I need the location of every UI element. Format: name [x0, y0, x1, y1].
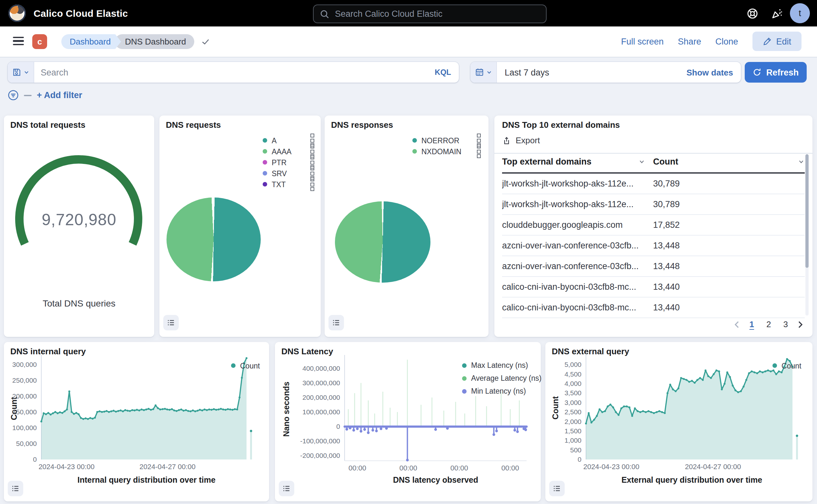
breadcrumb-dns-dashboard[interactable]: DNS Dashboard: [115, 34, 194, 49]
legend-item[interactable]: NXDOMAIN: [412, 146, 481, 157]
legend-actions-icon[interactable]: [310, 177, 314, 191]
page-number[interactable]: 2: [763, 318, 774, 330]
panel-title: DNS total requests: [10, 120, 86, 130]
legend-item[interactable]: SRV: [263, 168, 314, 179]
svg-text:1,000: 1,000: [564, 437, 581, 444]
svg-text:4,500: 4,500: [564, 370, 581, 378]
svg-text:5,000: 5,000: [564, 361, 581, 368]
column-header-count[interactable]: Count: [653, 157, 805, 166]
legend-item[interactable]: Count: [772, 360, 801, 371]
svg-text:1,500: 1,500: [564, 427, 581, 435]
page-number[interactable]: 3: [780, 318, 791, 330]
svg-text:3,000: 3,000: [564, 399, 581, 406]
breadcrumb-bar: c Dashboard DNS Dashboard Full screen Sh…: [0, 26, 817, 57]
check-icon[interactable]: [201, 37, 211, 46]
panel-legend-toggle-button[interactable]: [549, 481, 565, 496]
table-row[interactable]: clouddebugger.googleapis.com17,852: [502, 215, 805, 236]
scrollbar[interactable]: [805, 154, 809, 316]
calendar-icon: [475, 68, 484, 77]
list-icon: [167, 318, 175, 327]
svg-text:300,000,000: 300,000,000: [302, 379, 340, 387]
next-page-icon[interactable]: [797, 320, 803, 328]
panel-legend-toggle-button[interactable]: [328, 315, 344, 330]
legend-item[interactable]: Min Latency (ns): [462, 385, 541, 398]
table-row[interactable]: jlt-worksh-jlt-workshop-aks-112e...30,78…: [502, 194, 805, 215]
svg-text:100,000,000: 100,000,000: [302, 408, 340, 416]
cell-count: 13,448: [653, 241, 805, 250]
query-bar: KQL: [8, 62, 459, 83]
filter-divider: [24, 95, 32, 96]
column-header-domains[interactable]: Top external domains: [502, 157, 645, 166]
user-avatar[interactable]: t: [790, 3, 810, 23]
x-axis-title: DNS latency observed: [345, 476, 527, 485]
export-button[interactable]: Export: [502, 136, 540, 145]
date-picker-menu-button[interactable]: [470, 62, 497, 83]
app-logo-icon[interactable]: [8, 5, 26, 22]
chevron-down-icon: [23, 69, 29, 76]
previous-page-icon[interactable]: [734, 320, 741, 328]
legend-item[interactable]: Max Latency (ns): [462, 359, 541, 372]
legend-item[interactable]: NOERROR: [412, 135, 481, 146]
panel-dns-requests: DNS requests AAAAAPTRSRVTXT: [159, 116, 321, 337]
share-button[interactable]: Share: [678, 36, 701, 46]
legend-dot-icon: [263, 149, 267, 154]
panel-legend-toggle-button[interactable]: [163, 315, 179, 330]
legend-item[interactable]: Average Latency (ns): [462, 372, 541, 385]
clone-button[interactable]: Clone: [715, 36, 738, 46]
pie-chart[interactable]: [335, 201, 430, 283]
svg-text:00:00: 00:00: [450, 464, 468, 472]
space-badge[interactable]: c: [32, 34, 47, 49]
menu-icon[interactable]: [13, 37, 24, 46]
table-row[interactable]: azcni-over-ivan-conference-03cfb...13,44…: [502, 236, 805, 256]
svg-text:0: 0: [336, 423, 340, 430]
table-row[interactable]: azcni-over-ivan-conference-03cfb...13,44…: [502, 256, 805, 277]
x-axis-title: External query distribution over time: [586, 476, 798, 485]
svg-text:0: 0: [33, 456, 37, 463]
global-search-input[interactable]: [334, 8, 546, 19]
global-search-box[interactable]: [313, 5, 547, 23]
chevron-down-icon: [638, 158, 645, 165]
search-icon: [319, 9, 330, 19]
legend-dot-icon: [412, 138, 417, 143]
kql-language-button[interactable]: KQL: [427, 68, 459, 77]
svg-text:00:00: 00:00: [348, 464, 366, 472]
legend-item[interactable]: PTR: [263, 157, 314, 168]
edit-button[interactable]: Edit: [752, 32, 802, 51]
show-dates-button[interactable]: Show dates: [679, 67, 741, 77]
legend-item[interactable]: A: [263, 135, 314, 146]
add-filter-button[interactable]: + Add filter: [37, 90, 82, 100]
svg-text:2024-04-23 00:00: 2024-04-23 00:00: [583, 463, 640, 471]
table-row[interactable]: calico-cni-ivan-byocni-03cfb8-mc...13,44…: [502, 277, 805, 297]
svg-text:2024-04-23 00:00: 2024-04-23 00:00: [38, 463, 95, 471]
svg-text:300,000: 300,000: [12, 361, 37, 368]
legend-label: SRV: [272, 169, 304, 177]
table-row[interactable]: calico-cni-ivan-byocni-03cfb8-mc...13,44…: [502, 297, 805, 318]
full-screen-button[interactable]: Full screen: [621, 36, 664, 46]
page-number[interactable]: 1: [746, 318, 757, 330]
breadcrumb-dashboard[interactable]: Dashboard: [61, 34, 121, 49]
legend-dot-icon: [462, 389, 467, 393]
help-icon[interactable]: [747, 8, 758, 19]
legend-label: Count: [782, 362, 801, 369]
refresh-button[interactable]: Refresh: [745, 62, 807, 83]
table-body: jlt-worksh-jlt-workshop-aks-112e...30,78…: [502, 174, 805, 318]
panel-title: DNS Top 10 external domains: [502, 120, 620, 130]
legend-item[interactable]: Count: [231, 360, 260, 371]
saved-query-menu-button[interactable]: [8, 62, 34, 83]
news-feed-icon[interactable]: [771, 8, 783, 19]
kql-search-input[interactable]: [34, 67, 427, 77]
cell-domain: jlt-worksh-jlt-workshop-aks-112e...: [502, 179, 653, 188]
filter-icon[interactable]: [8, 90, 19, 101]
panel-legend-toggle-button[interactable]: [279, 481, 294, 496]
legend: AAAAAPTRSRVTXT: [263, 135, 314, 190]
time-range-value[interactable]: Last 7 days: [497, 67, 679, 77]
legend-item[interactable]: AAAA: [263, 146, 314, 157]
panel-legend-toggle-button[interactable]: [8, 481, 23, 496]
svg-text:3,500: 3,500: [564, 389, 581, 397]
scrollbar-thumb[interactable]: [805, 154, 809, 268]
legend-actions-icon[interactable]: [477, 145, 481, 158]
table-row[interactable]: jlt-worksh-jlt-workshop-aks-112e...30,78…: [502, 174, 805, 194]
pie-chart[interactable]: [166, 197, 261, 281]
list-icon: [553, 484, 561, 493]
legend-item[interactable]: TXT: [263, 179, 314, 190]
